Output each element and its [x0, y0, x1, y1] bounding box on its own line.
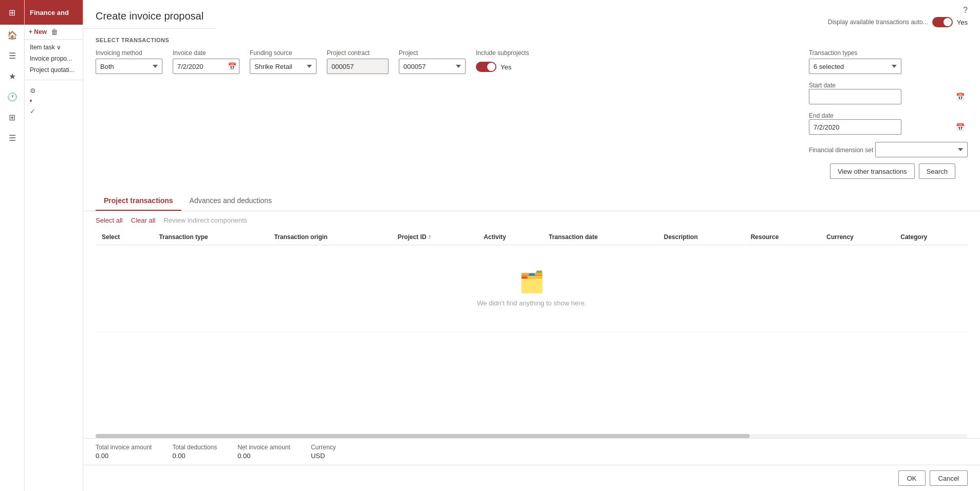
nav-grid-icon[interactable]: ⊞	[0, 107, 25, 128]
ok-button[interactable]: OK	[898, 470, 926, 486]
scroll-indicator[interactable]	[96, 434, 968, 438]
app-title: Finance and	[30, 9, 69, 16]
include-subprojects-group: Include subprojects Yes	[476, 49, 529, 72]
cancel-button[interactable]: Cancel	[930, 470, 968, 486]
left-panel: Finance and + New 🗑 Item task ∨ Invoice …	[25, 0, 83, 491]
select-transactions-section: SELECT TRANSACTIONS Invoicing method Bot…	[83, 29, 980, 187]
empty-state-icon: 🗂️	[519, 270, 545, 294]
invoice-date-wrapper: 📅	[173, 59, 239, 74]
funding-source-select[interactable]: Shrike Retail	[250, 59, 317, 74]
col-project-id: Project ID ↑	[392, 229, 478, 245]
empty-state-message: We didn't find anything to show here.	[477, 299, 586, 307]
project-label: Project	[399, 49, 466, 57]
search-button[interactable]: Search	[919, 163, 955, 179]
footer-totals: Total invoice amount 0.00 Total deductio…	[83, 438, 980, 465]
funding-source-label: Funding source	[250, 49, 317, 57]
net-invoice-amount-label: Net invoice amount	[237, 444, 290, 451]
display-toggle[interactable]	[932, 17, 953, 27]
scroll-thumb	[96, 434, 750, 438]
nav-clock-icon[interactable]: 🕐	[0, 86, 25, 107]
filter-icon: ⚙	[30, 87, 36, 95]
col-category: Category	[894, 229, 968, 245]
review-indirect-label: Review indirect components	[163, 216, 247, 224]
clear-all-link[interactable]: Clear all	[131, 216, 156, 224]
end-date-input[interactable]	[809, 119, 901, 135]
nav-list-icon[interactable]: ☰	[0, 128, 25, 148]
project-select[interactable]: 000057	[399, 59, 466, 74]
col-select: Select	[96, 229, 153, 245]
view-other-transactions-button[interactable]: View other transactions	[830, 163, 915, 179]
transaction-types-select[interactable]: 6 selected	[809, 59, 901, 74]
start-date-wrapper: 📅	[809, 89, 968, 104]
nav-star-icon[interactable]: ★	[0, 66, 25, 86]
left-panel-actions: + New 🗑	[25, 25, 83, 40]
include-subprojects-knob	[487, 63, 495, 71]
total-deductions-group: Total deductions 0.00	[172, 444, 217, 460]
left-panel-nav: Item task ∨ Invoice propo... Project quo…	[25, 40, 83, 78]
invoice-date-label: Invoice date	[173, 49, 239, 57]
net-invoice-amount-group: Net invoice amount 0.00	[237, 444, 290, 460]
sidebar-item-invoice[interactable]: Invoice propo...	[25, 53, 83, 64]
invoice-date-input[interactable]	[173, 59, 239, 74]
include-subprojects-toggle-wrapper: Yes	[476, 62, 529, 72]
table-header: Select Transaction type Transaction orig…	[96, 229, 968, 245]
end-date-group: End date 📅	[809, 112, 968, 135]
transaction-types-label: Transaction types	[809, 49, 968, 57]
empty-state-cell: 🗂️ We didn't find anything to show here.	[96, 245, 968, 332]
nav-sidebar: ⊞ 🏠 ☰ ★ 🕐 ⊞ ☰	[0, 0, 25, 491]
col-description: Description	[658, 229, 745, 245]
financial-dimension-label: Financial dimension set	[809, 147, 873, 154]
left-panel-header: Finance and	[25, 0, 83, 25]
include-subprojects-toggle[interactable]	[476, 62, 496, 72]
currency-label: Currency	[311, 444, 336, 451]
display-toggle-text: Yes	[957, 19, 968, 26]
filter-icon-row[interactable]: ⚙	[25, 82, 83, 99]
table-container: Select Transaction type Transaction orig…	[83, 229, 980, 434]
transaction-types-group: Transaction types 6 selected Start date …	[809, 49, 968, 157]
col-resource: Resource	[745, 229, 821, 245]
new-button[interactable]: + New	[29, 28, 47, 35]
project-group: Project 000057	[399, 49, 466, 74]
nav-menu-icon[interactable]: ☰	[0, 45, 25, 66]
end-date-label: End date	[809, 112, 834, 119]
currency-group: Currency USD	[311, 444, 336, 460]
start-date-calendar-icon[interactable]: 📅	[956, 93, 965, 101]
tab-project-transactions[interactable]: Project transactions	[96, 191, 181, 211]
main-content: Create invoice proposal ? Display availa…	[83, 0, 980, 491]
total-deductions-value: 0.00	[172, 452, 217, 460]
tab-advances-deductions[interactable]: Advances and deductions	[181, 191, 280, 211]
select-all-link[interactable]: Select all	[96, 216, 123, 224]
total-invoice-amount-value: 0.00	[96, 452, 152, 460]
waffle-icon[interactable]: ⊞	[9, 8, 15, 17]
sidebar-item-quotation-label: Project quotati...	[30, 66, 75, 74]
sidebar-item-task[interactable]: Item task ∨	[25, 42, 83, 53]
col-transaction-date: Transaction date	[543, 229, 658, 245]
tabs-section: Project transactions Advances and deduct…	[83, 191, 980, 211]
start-date-input[interactable]	[809, 89, 901, 104]
financial-dimension-group: Financial dimension set	[809, 142, 968, 157]
sidebar-item-invoice-label: Invoice propo...	[30, 55, 72, 62]
empty-state-row: 🗂️ We didn't find anything to show here.	[96, 245, 968, 332]
form-row-main: Invoicing method Both Invoice date 📅 Fun…	[96, 49, 968, 157]
col-currency: Currency	[820, 229, 894, 245]
total-deductions-label: Total deductions	[172, 444, 217, 451]
net-invoice-amount-value: 0.00	[237, 452, 290, 460]
start-date-label: Start date	[809, 82, 836, 89]
col-transaction-origin: Transaction origin	[268, 229, 391, 245]
sidebar-item-quotation[interactable]: Project quotati...	[25, 64, 83, 76]
end-date-calendar-icon[interactable]: 📅	[956, 123, 965, 131]
financial-dimension-select[interactable]	[875, 142, 968, 157]
total-invoice-amount-group: Total invoice amount 0.00	[96, 444, 152, 460]
nav-home-icon[interactable]: 🏠	[0, 25, 25, 45]
project-contract-input[interactable]	[327, 59, 389, 74]
delete-icon[interactable]: 🗑	[51, 28, 58, 36]
invoicing-method-group: Invoicing method Both	[96, 49, 162, 74]
table-header-row: Select Transaction type Transaction orig…	[96, 229, 968, 245]
help-icon[interactable]: ?	[963, 6, 968, 15]
start-date-group: Start date 📅	[809, 81, 968, 104]
top-bar-right: ? Display available transactions auto...…	[816, 2, 980, 27]
invoicing-method-select[interactable]: Both	[96, 59, 162, 74]
check-icon-row[interactable]: ✓	[25, 103, 83, 119]
left-panel-icons: ⚙ ✓	[25, 80, 83, 121]
sidebar-item-task-label: Item task ∨	[30, 44, 61, 51]
